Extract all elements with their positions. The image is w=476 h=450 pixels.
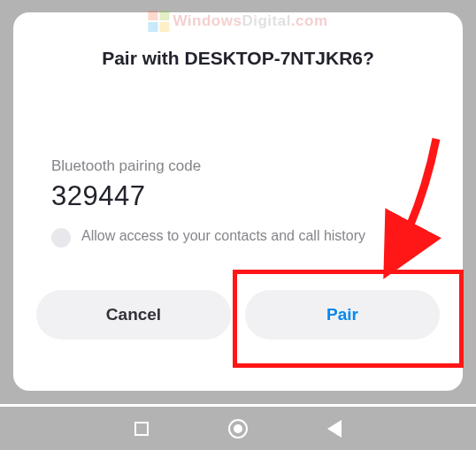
recents-button[interactable] [131,418,152,439]
circle-icon [228,419,248,439]
pairing-dialog: Pair with DESKTOP-7NTJKR6? Bluetooth pai… [13,12,463,391]
triangle-icon [327,420,342,438]
allow-access-label: Allow access to your contacts and call h… [81,226,365,246]
square-icon [134,422,149,436]
button-row: Cancel Pair [36,290,440,339]
code-label: Bluetooth pairing code [51,157,440,175]
dialog-title: Pair with DESKTOP-7NTJKR6? [36,48,440,69]
android-navbar [0,404,476,450]
pairing-code: 329447 [51,180,440,212]
home-button[interactable] [227,418,249,439]
allow-access-checkbox[interactable] [51,228,71,248]
cancel-button[interactable]: Cancel [36,290,231,339]
pair-button[interactable]: Pair [245,290,440,339]
back-button[interactable] [324,418,345,439]
allow-access-row[interactable]: Allow access to your contacts and call h… [51,226,440,248]
